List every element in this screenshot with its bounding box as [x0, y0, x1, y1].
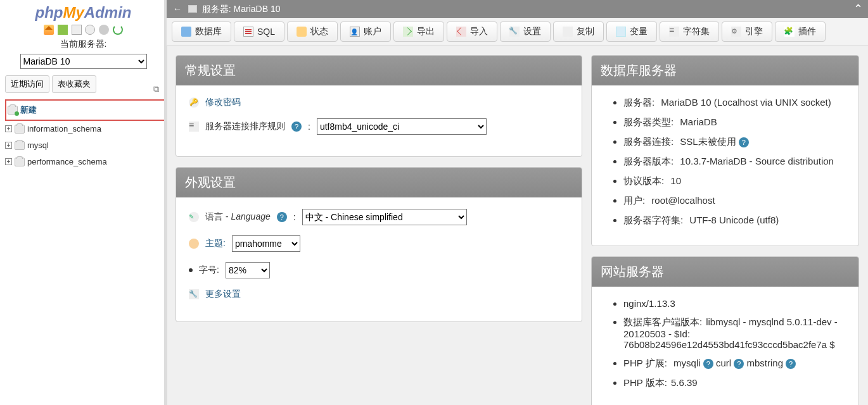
settings-icon	[509, 27, 520, 37]
expand-icon[interactable]: +	[5, 142, 12, 149]
web-server-group: 网站服务器 nginx/1.13.3 数据库客户端版本:libmysql - m…	[591, 256, 859, 405]
help-icon[interactable]: ?	[786, 359, 796, 369]
php-extensions: PHP 扩展: mysqli ? curl ? mbstring ?	[623, 358, 846, 370]
language-icon	[189, 212, 199, 222]
collation-icon	[189, 122, 199, 132]
db-server-item: 协议版本: 10	[623, 175, 846, 187]
server-icon	[188, 5, 197, 13]
php-version: PHP 版本:5.6.39	[623, 377, 846, 389]
password-icon	[189, 97, 199, 108]
database-icon	[181, 27, 191, 37]
general-settings-title: 常规设置	[176, 56, 582, 85]
tab-plugins[interactable]: 插件	[775, 22, 826, 42]
variables-icon	[616, 27, 626, 37]
help-icon[interactable]: ?	[739, 137, 749, 147]
top-menu: 数据库 SQL 状态 账户 导出 导入 设置 复制 变量 字符集 引擎 插件	[167, 18, 868, 46]
tab-users[interactable]: 账户	[340, 22, 391, 42]
sql-doc-icon[interactable]	[85, 25, 95, 35]
language-select[interactable]: 中文 - Chinese simplified	[302, 209, 467, 225]
navigation-panel: phpMyAdmin 当前服务器: MariaDB 10 近期访问 表收藏夹 ⧉…	[0, 0, 167, 405]
language-label: 语言 - Language	[205, 211, 271, 223]
fontsize-label: 字号:	[199, 265, 219, 276]
theme-select[interactable]: pmahomme	[232, 235, 300, 252]
bullet-icon	[189, 268, 193, 272]
db-server-item: 服务器版本: 10.3.7-MariaDB - Source distribut…	[623, 156, 846, 168]
db-server-group: 数据库服务器 服务器: MariaDB 10 (Localhost via UN…	[591, 55, 859, 246]
reload-icon[interactable]	[113, 25, 123, 35]
appearance-settings-group: 外观设置 语言 - Language ?: 中文 - Chinese simpl…	[176, 167, 582, 322]
tree-new-db[interactable]: 新建	[5, 99, 167, 121]
db-client-version: 数据库客户端版本:libmysql - mysqlnd 5.0.11-dev -…	[623, 316, 846, 350]
current-server-label: 当前服务器:	[0, 39, 167, 50]
engine-icon	[731, 27, 741, 37]
tree-db-item[interactable]: +information_schema	[5, 121, 167, 137]
recent-tab[interactable]: 近期访问	[5, 75, 49, 93]
tab-export[interactable]: 导出	[393, 22, 444, 42]
home-icon[interactable]	[44, 25, 54, 35]
tree-db-item[interactable]: +mysql	[5, 137, 167, 154]
theme-label[interactable]: 主题:	[205, 238, 226, 249]
breadcrumb-server[interactable]: 服务器: MariaDB 10	[202, 4, 281, 14]
collation-select[interactable]: utf8mb4_unicode_ci	[317, 118, 487, 135]
phpmyadmin-logo[interactable]: phpMyAdmin	[0, 0, 167, 22]
db-new-icon	[8, 106, 18, 115]
tab-variables[interactable]: 变量	[606, 22, 657, 42]
general-settings-group: 常规设置 修改密码 服务器连接排序规则 ?: utf8mb4_unicode_c…	[176, 55, 582, 157]
help-icon[interactable]: ?	[277, 212, 287, 222]
nav-settings-icon[interactable]	[99, 25, 109, 35]
docs-icon[interactable]	[72, 25, 82, 35]
collation-label: 服务器连接排序规则	[205, 121, 285, 132]
expand-icon[interactable]: +	[5, 125, 12, 132]
tree-db-item[interactable]: +performance_schema	[5, 154, 167, 170]
tab-settings[interactable]: 设置	[500, 22, 551, 42]
fontsize-select[interactable]: 82%	[226, 262, 270, 278]
tab-import[interactable]: 导入	[447, 22, 497, 42]
breadcrumb: ← 服务器: MariaDB 10 ⌃	[167, 0, 868, 18]
db-server-item: 服务器类型: MariaDB	[623, 116, 846, 128]
db-server-item: 服务器连接: SSL未被使用 ?	[623, 136, 846, 148]
db-server-item: 服务器: MariaDB 10 (Localhost via UNIX sock…	[623, 97, 846, 109]
more-settings-link[interactable]: 更多设置	[205, 289, 241, 300]
database-icon	[15, 141, 25, 150]
tab-sql[interactable]: SQL	[234, 22, 284, 42]
plugin-icon	[784, 27, 795, 37]
replication-icon	[563, 27, 573, 37]
change-password-link[interactable]: 修改密码	[205, 97, 241, 108]
logout-icon[interactable]	[58, 25, 68, 35]
help-icon[interactable]: ?	[291, 122, 302, 132]
web-server-title: 网站服务器	[592, 257, 858, 287]
tab-status[interactable]: 状态	[287, 22, 338, 42]
users-icon	[350, 27, 360, 37]
server-select[interactable]: MariaDB 10	[20, 54, 147, 69]
appearance-settings-title: 外观设置	[176, 168, 582, 197]
db-server-item: 用户: root@localhost	[623, 195, 846, 207]
more-settings-icon	[189, 289, 199, 299]
export-icon	[403, 27, 413, 37]
help-icon[interactable]: ?	[703, 359, 713, 369]
tab-engines[interactable]: 引擎	[722, 22, 772, 42]
tab-replication[interactable]: 复制	[553, 22, 604, 42]
expand-icon[interactable]: +	[5, 158, 12, 165]
db-server-item: 服务器字符集: UTF-8 Unicode (utf8)	[623, 215, 846, 227]
webserver-software: nginx/1.13.3	[623, 298, 846, 309]
help-icon[interactable]: ?	[734, 359, 744, 369]
database-icon	[15, 125, 25, 134]
nav-back-icon[interactable]: ←	[172, 0, 183, 18]
tab-databases[interactable]: 数据库	[172, 22, 231, 42]
link-with-main-icon[interactable]: ⧉	[153, 84, 159, 94]
favorites-tab[interactable]: 表收藏夹	[52, 75, 96, 93]
database-tree: 新建 +information_schema +mysql +performan…	[5, 99, 167, 170]
import-icon	[456, 27, 466, 37]
page-settings-icon[interactable]: ⌃	[853, 0, 863, 18]
charset-icon	[669, 27, 679, 37]
status-icon	[297, 27, 307, 37]
tab-charsets[interactable]: 字符集	[660, 22, 719, 42]
database-icon	[15, 158, 25, 166]
db-server-title: 数据库服务器	[592, 56, 858, 85]
theme-icon	[189, 239, 199, 249]
sql-icon	[243, 27, 253, 37]
